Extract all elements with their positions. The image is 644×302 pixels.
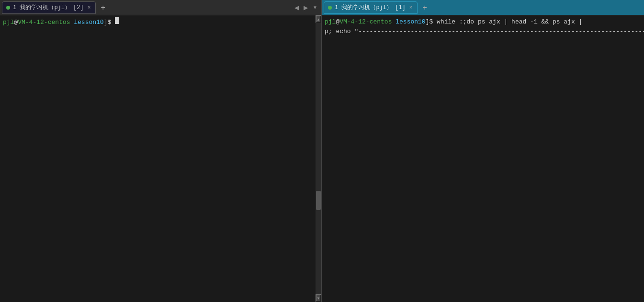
left-terminal-body[interactable]: pjl @ VM-4-12-centos lesson10 ]$ ▲ ▼ [0, 15, 321, 302]
right-terminal-line1: pjl @ VM-4-12-centos lesson10 ]$ while :… [325, 17, 644, 27]
left-prompt-path: lesson10 [74, 18, 103, 27]
terminal-container: 1 我的学习机（pjl） [2] × + ◀ ▶ ▼ pjl @ VM-4-12… [0, 0, 644, 302]
right-pane: 1 我的学习机（pjl） [1] × + pjl @ VM-4-12-cento… [322, 0, 644, 302]
left-tab-nav-left[interactable]: ◀ [293, 3, 301, 12]
left-scroll-track [316, 23, 321, 294]
left-tab-add-button[interactable]: + [98, 2, 108, 13]
right-prompt-user: pjl [325, 17, 336, 27]
left-prompt-dollar: ]$ [104, 18, 115, 27]
left-prompt-at: @ [14, 18, 18, 27]
left-tab-nav: ◀ ▶ ▼ [293, 3, 319, 12]
left-prompt-host: VM-4-12-centos [18, 18, 70, 27]
left-cursor [115, 17, 119, 24]
right-prompt-at: @ [336, 17, 339, 27]
right-tab[interactable]: 1 我的学习机（pjl） [1] × [324, 1, 418, 14]
right-command-continuation: p; echo "-------------------------------… [325, 27, 644, 36]
left-pane: 1 我的学习机（pjl） [2] × + ◀ ▶ ▼ pjl @ VM-4-12… [0, 0, 322, 302]
right-prompt-dollar: ]$ [426, 17, 437, 27]
left-tab[interactable]: 1 我的学习机（pjl） [2] × [2, 1, 96, 14]
left-scrollbar: ▲ ▼ [316, 15, 321, 302]
left-tab-bar: 1 我的学习机（pjl） [2] × + ◀ ▶ ▼ [0, 0, 321, 15]
right-tab-bar: 1 我的学习机（pjl） [1] × + [322, 0, 644, 15]
left-tab-label: 1 我的学习机（pjl） [13, 3, 70, 12]
right-command-text: while :;do ps ajx | head -1 && ps ajx | [437, 17, 586, 27]
left-tab-nav-right[interactable]: ▶ [302, 3, 310, 12]
left-tab-dropdown[interactable]: ▼ [311, 4, 319, 11]
left-prompt-user: pjl [3, 18, 14, 27]
right-terminal-line2: p; echo "-------------------------------… [325, 27, 644, 36]
left-prompt-space [70, 18, 74, 27]
right-tab-close[interactable]: × [408, 5, 414, 11]
right-tab-index: [1] [395, 4, 406, 11]
left-scroll-thumb[interactable] [316, 191, 321, 210]
left-tab-index: [2] [73, 4, 84, 11]
left-scroll-up[interactable]: ▲ [316, 15, 321, 23]
right-tab-add-button[interactable]: + [419, 2, 430, 13]
right-terminal-body[interactable]: pjl @ VM-4-12-centos lesson10 ]$ while :… [322, 15, 644, 302]
right-prompt-space [392, 17, 395, 27]
right-prompt-host: VM-4-12-centos [339, 17, 392, 27]
left-tab-close[interactable]: × [87, 5, 92, 11]
left-terminal-prompt-line: pjl @ VM-4-12-centos lesson10 ]$ [3, 17, 318, 27]
right-tab-label: 1 我的学习机（pjl） [335, 3, 392, 12]
left-scroll-down[interactable]: ▼ [316, 294, 321, 302]
right-tab-dot [328, 6, 332, 10]
left-tab-dot [6, 6, 10, 10]
right-prompt-path: lesson10 [395, 17, 425, 27]
